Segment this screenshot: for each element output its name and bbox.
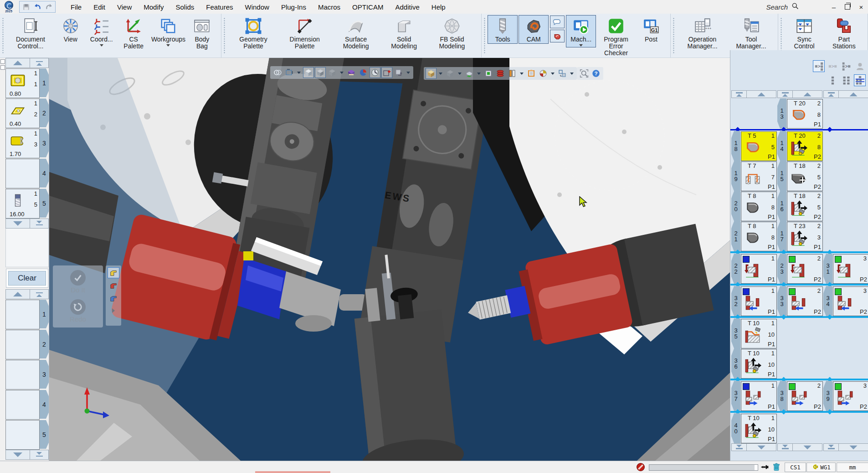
scroll-down-button[interactable] xyxy=(747,444,776,451)
tool-cell[interactable] xyxy=(5,330,40,359)
menu-item-file[interactable]: File xyxy=(66,1,87,13)
station-tab[interactable]: 21 xyxy=(731,221,740,251)
scroll-down-end-button[interactable] xyxy=(30,219,48,228)
clear-button[interactable]: Clear xyxy=(8,271,46,286)
dropdown-arrow-icon[interactable] xyxy=(340,72,344,74)
station-cell-body[interactable]: 2P2 xyxy=(787,381,823,411)
station-cell[interactable]: 40T 10110P1 xyxy=(731,413,776,443)
menu-item-opticam[interactable]: OPTICAM xyxy=(347,1,388,13)
menu-item-modify[interactable]: Modify xyxy=(139,1,169,13)
sync-control-button[interactable]: Sync Control xyxy=(785,15,824,51)
station-cell[interactable]: 382P2 xyxy=(777,381,822,411)
box-plus-red-button[interactable] xyxy=(381,67,392,78)
tool-tab[interactable]: 2 xyxy=(40,99,49,127)
scroll-up-button[interactable] xyxy=(793,91,822,98)
post-button[interactable]: G1Post xyxy=(636,15,666,44)
zoom-select-button[interactable] xyxy=(579,68,590,79)
axes-clock-button[interactable] xyxy=(370,67,380,78)
dropdown-arrow-icon[interactable] xyxy=(579,44,583,47)
dropdown-arrow-icon[interactable] xyxy=(297,72,301,74)
dropdown-arrow-icon[interactable] xyxy=(439,73,442,75)
restore-button[interactable] xyxy=(841,0,854,14)
scroll-up-button[interactable] xyxy=(6,58,30,68)
dimension-palette-button[interactable]: Dimension Palette xyxy=(279,15,330,51)
station-cell-body[interactable]: 1P1 xyxy=(741,254,777,284)
tools-button[interactable]: Tools xyxy=(488,15,518,44)
layout-grid-button[interactable] xyxy=(854,74,866,86)
stack-red-button[interactable] xyxy=(495,68,506,79)
group-drag-handle-icon[interactable] xyxy=(2,17,4,54)
dropdown-arrow-icon[interactable] xyxy=(406,72,410,74)
station-tab[interactable]: 31 xyxy=(823,254,832,284)
coordinate-system-indicator[interactable]: CS1 xyxy=(785,463,806,472)
dock-handle-icon[interactable] xyxy=(0,59,5,64)
tool-manager-button[interactable]: Tool Manager... xyxy=(729,15,774,51)
document-control-button[interactable]: Document Control... xyxy=(6,15,55,51)
station-tab[interactable]: 35 xyxy=(731,318,740,348)
group-drag-handle-icon[interactable] xyxy=(780,17,782,54)
station-cell[interactable]: 393P2 xyxy=(823,381,868,411)
layout-2col-button[interactable] xyxy=(840,74,852,86)
dropdown-arrow-icon[interactable] xyxy=(458,73,462,75)
scroll-down-button[interactable] xyxy=(6,450,30,459)
workgroup-indicator[interactable]: WG1 xyxy=(806,463,836,472)
tool-tab[interactable]: 4 xyxy=(40,159,49,187)
station-cell[interactable]: 21T 818P1 xyxy=(731,221,776,251)
person-button[interactable] xyxy=(854,60,866,72)
tool-cell[interactable] xyxy=(5,360,40,390)
dock-handle-icon[interactable] xyxy=(0,65,5,70)
view-button[interactable]: View xyxy=(56,15,86,44)
station-cell-body[interactable]: T 2028P1 xyxy=(787,99,823,129)
scroll-down-button[interactable] xyxy=(839,444,868,451)
station-cell-body[interactable]: T 10110P1 xyxy=(741,414,777,443)
station-tab[interactable]: 37 xyxy=(731,381,740,411)
save-button[interactable] xyxy=(21,2,31,11)
cs-palette-button[interactable]: CS Palette xyxy=(118,15,150,51)
menu-item-edit[interactable]: Edit xyxy=(88,1,110,13)
station-cell-body[interactable]: T 515P1 xyxy=(741,131,777,161)
station-tab[interactable]: 13 xyxy=(777,99,786,129)
group-drag-handle-icon[interactable] xyxy=(223,17,226,54)
tool-tab[interactable]: 5 xyxy=(40,420,49,449)
menu-item-additive[interactable]: Additive xyxy=(390,1,424,13)
station-cell[interactable]: 371P1 xyxy=(731,381,776,411)
solid-yellow-button[interactable] xyxy=(108,267,119,278)
station-cell[interactable]: 20T 818P1 xyxy=(731,191,776,221)
station-cell[interactable]: 14T 2028P2 xyxy=(777,131,822,161)
station-tab[interactable]: 15 xyxy=(777,161,786,191)
body-bag-button[interactable]: Body Bag xyxy=(187,15,217,51)
station-cell[interactable]: 321P1 xyxy=(731,286,776,316)
tool-tab[interactable]: 2 xyxy=(40,330,49,359)
solid-modeling-button[interactable]: Solid Modeling xyxy=(382,15,426,51)
dropdown-arrow-icon[interactable] xyxy=(477,73,481,75)
scroll-down-end-button[interactable] xyxy=(30,450,48,459)
station-tab[interactable]: 22 xyxy=(731,254,740,284)
tool-cell[interactable]: 120.40 xyxy=(5,99,40,128)
menu-item-macros[interactable]: Macros xyxy=(313,1,345,13)
station-tab[interactable]: 20 xyxy=(731,191,740,221)
station-cell[interactable]: 36T 10110P1 xyxy=(731,348,776,379)
undo-button[interactable] xyxy=(32,2,42,11)
prism-green-button[interactable] xyxy=(464,68,475,79)
stop-icon[interactable] xyxy=(636,463,645,472)
workgroups-button[interactable]: Workgroups xyxy=(151,15,186,47)
units-indicator[interactable]: mm xyxy=(837,463,868,472)
station-cell[interactable]: 232P2 xyxy=(777,254,822,284)
scroll-up-end-button[interactable] xyxy=(778,91,793,98)
station-cell-body[interactable]: 3P2 xyxy=(833,254,868,284)
station-cell-body[interactable]: T 818P1 xyxy=(741,192,777,221)
station-tab[interactable]: 36 xyxy=(731,348,740,379)
station-cell-body[interactable]: 3P2 xyxy=(833,381,868,411)
station-cell-body[interactable]: 2P2 xyxy=(787,286,823,316)
station-cell-body[interactable]: 1P1 xyxy=(741,381,777,411)
geometry-palette-button[interactable]: Geometry Palette xyxy=(228,15,279,51)
station-cell-body[interactable]: T 717P1 xyxy=(741,161,777,191)
dropdown-arrow-icon[interactable] xyxy=(166,44,170,47)
operation-manager-button[interactable]: +++Operation Manager... xyxy=(677,15,727,51)
station-tab[interactable]: 39 xyxy=(823,381,832,411)
menu-item-solids[interactable]: Solids xyxy=(170,1,199,13)
menu-item-view[interactable]: View xyxy=(112,1,137,13)
station-tab[interactable]: 18 xyxy=(731,131,740,161)
box-arrow-button[interactable] xyxy=(393,67,404,78)
station-tab[interactable]: 34 xyxy=(823,286,832,316)
